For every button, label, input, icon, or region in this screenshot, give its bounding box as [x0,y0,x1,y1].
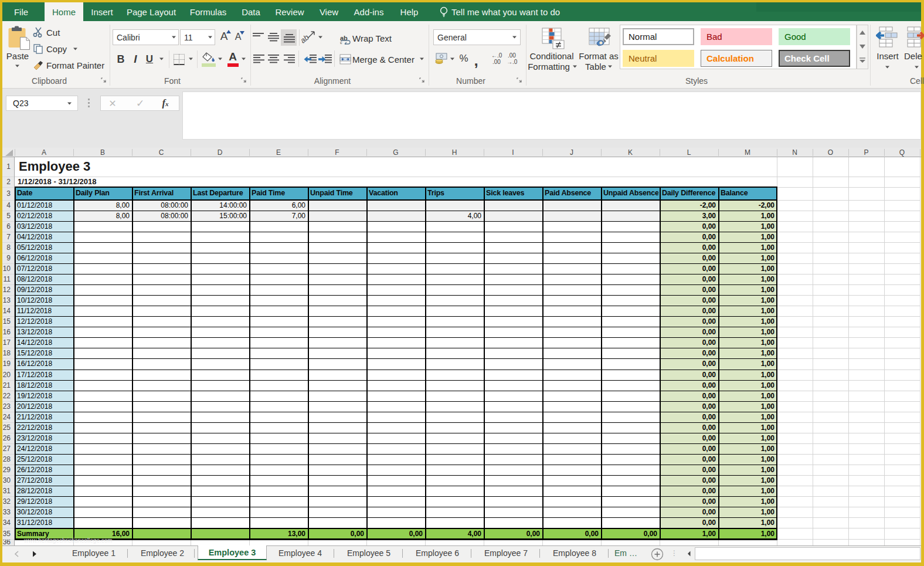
svg-text:c: c [340,40,342,45]
svg-text:ab: ab [300,33,311,45]
